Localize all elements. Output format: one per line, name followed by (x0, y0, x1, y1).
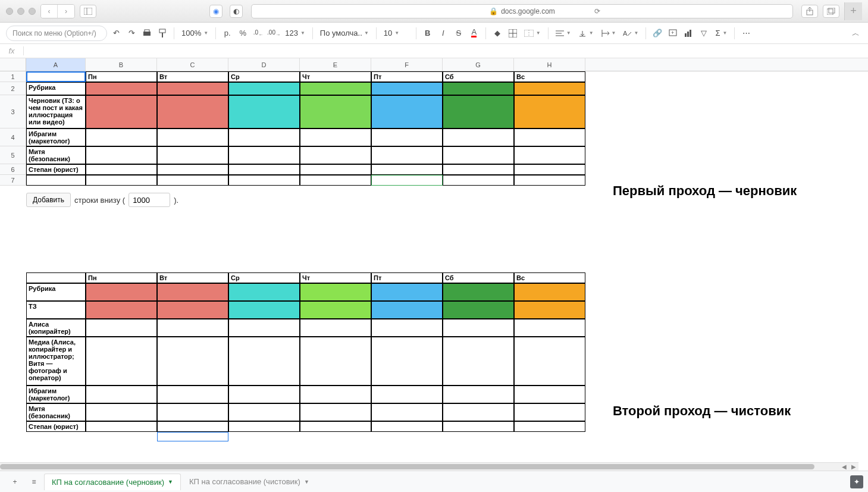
t2-label-0[interactable]: Рубрика (26, 283, 86, 301)
t2-cell-2-4[interactable] (371, 319, 443, 337)
cell-H1[interactable]: Вс (514, 71, 585, 82)
cell-H6[interactable] (514, 164, 585, 175)
sheet-tab-active[interactable]: КП на согласование (черновик) ▼ (44, 474, 181, 490)
add-rows-button[interactable]: Добавить (26, 193, 71, 207)
t2-cell-6-0[interactable] (86, 421, 157, 432)
column-header-F[interactable]: F (371, 58, 443, 71)
cell-A5[interactable]: Митя (безопасник) (26, 146, 86, 164)
t2-below-4[interactable] (371, 432, 443, 441)
cell-B5[interactable] (86, 146, 157, 164)
t2-label-1[interactable]: ТЗ (26, 301, 86, 319)
cell-D3[interactable] (228, 95, 300, 129)
cell-D4[interactable] (228, 129, 300, 146)
column-header-D[interactable]: D (228, 58, 300, 71)
column-header-C[interactable]: C (157, 58, 228, 71)
row-header-5[interactable]: 5 (0, 146, 26, 164)
cell-E5[interactable] (300, 146, 371, 164)
t2-cell-4-0[interactable] (86, 386, 157, 403)
increase-decimal-button[interactable]: .00→ (267, 27, 280, 40)
redo-button[interactable]: ↷ (125, 27, 138, 40)
cell-D6[interactable] (228, 164, 300, 175)
share-button[interactable] (801, 5, 818, 18)
borders-button[interactable] (506, 27, 519, 40)
t2-cell-1-2[interactable] (228, 301, 300, 319)
t2-header-Пн[interactable]: Пн (86, 272, 157, 283)
cell-F1[interactable]: Пт (371, 71, 443, 82)
cell-B1[interactable]: Пн (86, 71, 157, 82)
cell-C4[interactable] (157, 129, 228, 146)
sidebar-toggle[interactable] (80, 5, 96, 18)
cell-A4[interactable]: Ибрагим (маркетолог) (26, 129, 86, 146)
cell-A6[interactable]: Степан (юрист) (26, 164, 86, 175)
tabs-button[interactable] (823, 5, 839, 18)
cell-H2[interactable] (514, 82, 585, 95)
cell-F5[interactable] (371, 146, 443, 164)
collapse-toolbar-button[interactable]: ︿ (849, 27, 862, 40)
t2-cell-0-6[interactable] (514, 283, 585, 301)
column-header-B[interactable]: B (86, 58, 157, 71)
cell-F4[interactable] (371, 129, 443, 146)
t2-cell-1-3[interactable] (300, 301, 371, 319)
row-header-1[interactable]: 1 (0, 71, 26, 82)
strike-button[interactable]: S (452, 27, 465, 40)
address-bar[interactable]: 🔒 docs.google.com ⟳ (251, 4, 793, 18)
t2-cell-3-5[interactable] (443, 337, 514, 386)
print-button[interactable] (140, 27, 153, 40)
t2-header-Чт[interactable]: Чт (300, 272, 371, 283)
t2-cell-3-3[interactable] (300, 337, 371, 386)
italic-button[interactable]: I (437, 27, 450, 40)
more-button[interactable]: ⋯ (739, 27, 753, 40)
close-window[interactable] (6, 8, 13, 15)
t2-cell-4-2[interactable] (228, 386, 300, 403)
t2-cell-6-2[interactable] (228, 421, 300, 432)
chart-button[interactable] (682, 27, 695, 40)
t2-cell-4-1[interactable] (157, 386, 228, 403)
cell-B6[interactable] (86, 164, 157, 175)
cell-G4[interactable] (443, 129, 514, 146)
cell-G7[interactable] (443, 175, 514, 186)
comment-button[interactable]: + (666, 27, 679, 40)
t2-cell-5-4[interactable] (371, 403, 443, 421)
new-tab-button[interactable]: + (844, 2, 862, 20)
cell-G6[interactable] (443, 164, 514, 175)
t2-cell-2-3[interactable] (300, 319, 371, 337)
scroll-right-icon[interactable]: ▶ (849, 463, 858, 471)
t2-label-3[interactable]: Медиа (Алиса, копирайтер и иллюстратор; … (26, 337, 86, 386)
cell-B7[interactable] (86, 175, 157, 186)
t2-cell-0-0[interactable] (86, 283, 157, 301)
add-rows-input[interactable] (129, 193, 170, 207)
all-sheets-button[interactable]: ≡ (25, 474, 43, 490)
wrap-button[interactable]: ▼ (598, 26, 619, 40)
menu-search[interactable]: Поиск по меню (Option+/) (6, 26, 107, 41)
cell-D5[interactable] (228, 146, 300, 164)
t2-cell-0-3[interactable] (300, 283, 371, 301)
cell-G3[interactable] (443, 95, 514, 129)
t2-cell-5-0[interactable] (86, 403, 157, 421)
cell-C2[interactable] (157, 82, 228, 95)
t2-cell-0-1[interactable] (157, 283, 228, 301)
t2-cell-5-6[interactable] (514, 403, 585, 421)
row-header-4[interactable]: 4 (0, 129, 26, 146)
back-button[interactable]: ‹ (41, 5, 58, 18)
cell-E1[interactable]: Чт (300, 71, 371, 82)
t2-below-0[interactable] (86, 432, 157, 441)
t2-header-label[interactable] (26, 272, 86, 283)
row-header-7[interactable]: 7 (0, 175, 26, 186)
cell-C3[interactable] (157, 95, 228, 129)
column-header-E[interactable]: E (300, 58, 371, 71)
row-header-6[interactable]: 6 (0, 164, 26, 175)
v-align-button[interactable]: ▼ (576, 26, 596, 40)
format-123-dropdown[interactable]: 123▼ (283, 26, 308, 40)
t2-cell-6-3[interactable] (300, 421, 371, 432)
functions-button[interactable]: Σ▼ (713, 26, 729, 40)
h-align-button[interactable]: ▼ (553, 26, 574, 40)
column-header-A[interactable]: A (26, 58, 86, 71)
t2-header-Вт[interactable]: Вт (157, 272, 228, 283)
rotate-button[interactable]: A▼ (621, 26, 641, 40)
cell-A3[interactable]: Черновик (ТЗ: о чем пост и какая иллюстр… (26, 95, 86, 129)
cell-E6[interactable] (300, 164, 371, 175)
sheet-tab-inactive[interactable]: КП на согласование (чистовик) ▼ (182, 474, 317, 490)
cell-F7[interactable] (371, 175, 443, 186)
t2-cell-2-1[interactable] (157, 319, 228, 337)
font-size-dropdown[interactable]: 10▼ (381, 26, 411, 40)
